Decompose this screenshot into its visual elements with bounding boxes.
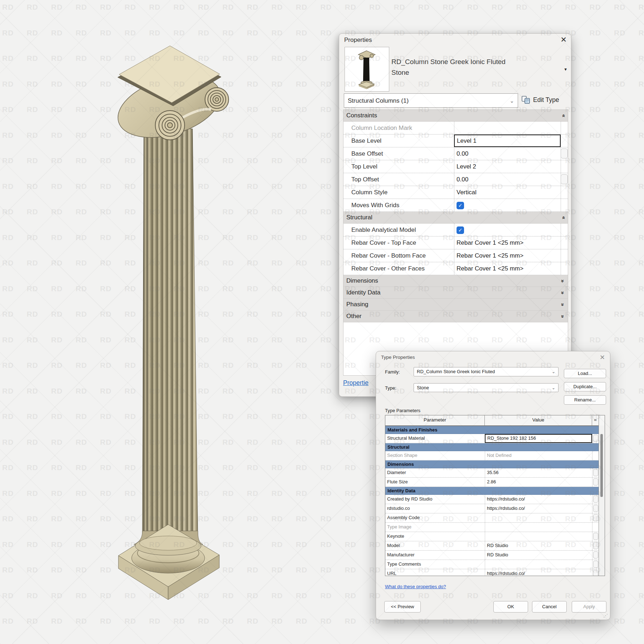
section-header-identity-data[interactable]: Identity Data» xyxy=(343,287,568,299)
property-value[interactable]: Level 1 xyxy=(454,135,561,147)
associate-parameter-button[interactable] xyxy=(593,496,598,503)
row-gutter xyxy=(561,122,568,134)
property-value[interactable]: Rebar Cover 1 <25 mm> xyxy=(454,236,561,249)
double-chevron-down-icon[interactable]: » xyxy=(560,279,566,282)
property-value[interactable]: Vertical xyxy=(454,186,561,199)
associate-parameter-button[interactable] xyxy=(593,551,598,558)
type-parameters-table: Parameter Value = Materials and Finishes… xyxy=(385,415,605,576)
category-filter-select[interactable]: Structural Columns (1) ⌄ xyxy=(344,93,518,108)
parameter-group-structural[interactable]: Structural» xyxy=(385,443,605,451)
parameter-name: Flute Size xyxy=(385,478,485,487)
property-value[interactable]: Level 2 xyxy=(454,160,561,173)
parameter-value[interactable] xyxy=(485,513,592,522)
section-header-constraints[interactable]: Constraints» xyxy=(343,110,568,122)
row-gutter xyxy=(592,532,599,541)
parameter-group-dimensions[interactable]: Dimensions» xyxy=(385,460,605,468)
parameter-value[interactable]: https://rdstudio.co/ xyxy=(485,504,592,513)
associate-parameter-button[interactable] xyxy=(561,174,568,184)
section-label: Identity Data xyxy=(346,289,380,296)
parameter-name: Assembly Code xyxy=(385,513,485,522)
property-label: Top Offset xyxy=(343,173,454,186)
parameter-value[interactable] xyxy=(485,560,592,569)
edit-type-button[interactable]: Edit Type xyxy=(521,95,568,106)
type-selector-dropdown-icon[interactable]: ▾ xyxy=(564,67,567,72)
double-chevron-down-icon[interactable]: » xyxy=(560,291,566,294)
property-value[interactable]: 0.00 xyxy=(454,147,561,160)
row-gutter xyxy=(592,569,599,576)
family-select[interactable]: RD_Column Stone Greek Ionic Fluted ⌄ xyxy=(414,367,558,376)
section-header-structural[interactable]: Structural» xyxy=(343,212,568,224)
parameter-group-materials-and-finishes[interactable]: Materials and Finishes» xyxy=(385,426,605,434)
parameter-value[interactable] xyxy=(485,532,592,541)
property-label: Column Style xyxy=(343,186,454,199)
associate-parameter-button[interactable] xyxy=(561,148,568,158)
row-gutter xyxy=(561,160,568,173)
section-header-dimensions[interactable]: Dimensions» xyxy=(343,275,568,287)
property-label: Rebar Cover - Top Face xyxy=(343,236,454,249)
checkbox-checked-icon[interactable]: ✓ xyxy=(457,226,464,234)
property-row: Moves With Grids✓ xyxy=(343,199,568,212)
parameter-value[interactable]: RD Studio xyxy=(485,541,592,550)
associate-parameter-button[interactable] xyxy=(593,514,598,521)
type-name: RD_Column Stone Greek Ionic Fluted Stone xyxy=(391,57,515,78)
close-icon[interactable]: ✕ xyxy=(560,35,567,44)
property-value[interactable] xyxy=(454,122,561,134)
section-header-phasing[interactable]: Phasing» xyxy=(343,299,568,311)
header-scroll-spacer xyxy=(599,415,605,425)
type-properties-dialog: Type Properties ✕ Family: RD_Column Ston… xyxy=(376,351,610,620)
associate-parameter-button[interactable] xyxy=(593,478,598,486)
property-value[interactable]: Rebar Cover 1 <25 mm> xyxy=(454,249,561,262)
ionic-column-render xyxy=(96,39,240,611)
parameter-row: rdstudio.cohttps://rdstudio.co/ xyxy=(385,504,605,513)
parameter-value[interactable]: RD Studio xyxy=(485,551,592,560)
section-label: Other xyxy=(346,313,362,320)
property-value[interactable]: Rebar Cover 1 <25 mm> xyxy=(454,262,561,275)
checkbox-checked-icon[interactable]: ✓ xyxy=(457,202,464,209)
parameter-value[interactable]: https://rdstudio.co/ xyxy=(485,495,592,504)
family-label: Family: xyxy=(385,369,400,375)
property-value[interactable]: 0.00 xyxy=(454,173,561,186)
property-value[interactable]: ✓ xyxy=(454,199,561,211)
rename-button[interactable]: Rename... xyxy=(564,395,606,405)
double-chevron-down-icon[interactable]: » xyxy=(560,303,566,306)
parameter-value[interactable]: https://rdstudio.co/ xyxy=(485,569,592,576)
duplicate-button[interactable]: Duplicate... xyxy=(564,382,606,391)
chevron-down-icon: ⌄ xyxy=(552,384,555,392)
type-select[interactable]: Stone ⌄ xyxy=(414,383,558,392)
cancel-button[interactable]: Cancel xyxy=(532,601,567,613)
parameter-name: Section Shape xyxy=(385,451,485,460)
type-properties-help-link[interactable]: What do these properties do? xyxy=(385,584,446,589)
associate-parameter-button[interactable] xyxy=(593,469,598,476)
section-header-other[interactable]: Other» xyxy=(343,311,568,322)
property-row: Base Offset0.00 xyxy=(343,147,568,160)
load-button[interactable]: Load... xyxy=(564,369,606,378)
table-scrollbar[interactable] xyxy=(599,425,605,576)
double-chevron-up-icon[interactable]: » xyxy=(560,216,566,219)
resize-grip-icon[interactable]: ⋰ xyxy=(603,613,608,618)
double-chevron-down-icon[interactable]: » xyxy=(560,315,566,318)
revit-screenshot: Properties ✕ RD_Column Stone Greek Ionic… xyxy=(0,0,644,644)
parameter-name: Model xyxy=(385,541,485,550)
associate-parameter-button[interactable] xyxy=(593,561,598,568)
associate-parameter-button[interactable] xyxy=(593,570,598,576)
parameter-name: Type Image xyxy=(385,523,485,532)
parameter-value[interactable]: RD_Stone 192 182 156 xyxy=(485,434,592,443)
properties-help-link[interactable]: Propertie xyxy=(343,379,369,387)
scrollbar-thumb[interactable] xyxy=(600,434,603,497)
ok-button[interactable]: OK xyxy=(493,601,528,613)
property-value[interactable]: ✓ xyxy=(454,224,561,236)
value-column-header: Value xyxy=(485,415,592,425)
double-chevron-up-icon[interactable]: » xyxy=(560,114,566,117)
associate-parameter-button[interactable] xyxy=(593,435,598,442)
group-label: Identity Data xyxy=(387,488,415,493)
row-gutter xyxy=(592,495,599,504)
associate-parameter-button[interactable] xyxy=(593,542,598,549)
parameter-value[interactable]: 35.56 xyxy=(485,468,592,477)
property-label: Rebar Cover - Other Faces xyxy=(343,262,454,275)
parameter-value[interactable]: 2.86 xyxy=(485,478,592,487)
preview-button[interactable]: << Preview xyxy=(384,601,421,613)
parameter-group-identity-data[interactable]: Identity Data» xyxy=(385,487,605,495)
associate-parameter-button[interactable] xyxy=(593,505,598,512)
associate-parameter-button[interactable] xyxy=(593,533,598,540)
close-icon[interactable]: ✕ xyxy=(600,353,605,361)
